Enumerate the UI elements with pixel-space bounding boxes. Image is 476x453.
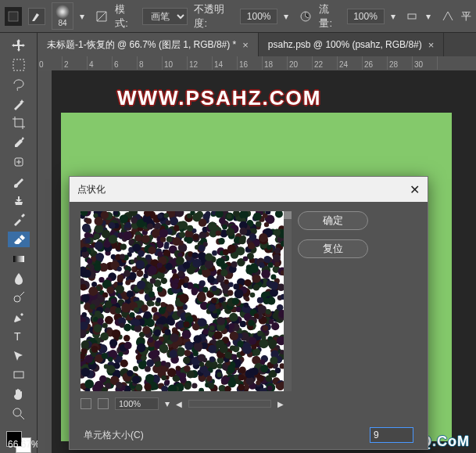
ruler-vertical[interactable] — [38, 70, 52, 453]
chevron-down-icon[interactable]: ▾ — [391, 11, 399, 22]
document-tab[interactable]: psahz.psb @ 100% (psahz, RGB/8#) × — [259, 33, 445, 56]
chevron-down-icon[interactable]: ▾ — [80, 11, 88, 22]
svg-point-1300 — [180, 293, 189, 303]
svg-point-1190 — [267, 245, 271, 250]
svg-point-915 — [106, 286, 113, 293]
blur-tool[interactable] — [8, 270, 30, 286]
pen-tool[interactable] — [8, 309, 30, 325]
svg-point-1091 — [102, 323, 108, 329]
app-menu-icon[interactable] — [5, 7, 22, 26]
svg-point-955 — [220, 269, 227, 276]
chevron-down-icon[interactable]: ▾ — [284, 11, 292, 22]
scroll-right-icon[interactable]: ▶ — [277, 400, 284, 408]
svg-point-1150 — [105, 307, 110, 313]
zoom-out-icon[interactable] — [81, 398, 91, 409]
chevron-down-icon[interactable]: ▾ — [426, 11, 435, 22]
eyedropper-tool[interactable] — [8, 135, 30, 151]
svg-point-1002 — [183, 357, 190, 364]
svg-point-861 — [95, 225, 103, 233]
document-tab[interactable]: 未标题-1-恢复的 @ 66.7% (图层 1, RGB/8#) * × — [38, 33, 259, 56]
svg-rect-0 — [9, 12, 18, 21]
svg-point-1352 — [148, 337, 153, 343]
ok-button[interactable]: 确定 — [298, 211, 368, 230]
svg-point-1345 — [208, 345, 217, 354]
svg-point-1331 — [94, 264, 101, 271]
zoom-tool[interactable] — [8, 406, 30, 422]
svg-point-826 — [120, 214, 128, 223]
close-icon[interactable]: × — [428, 39, 435, 51]
move-tool[interactable] — [8, 38, 30, 54]
reset-button[interactable]: 复位 — [298, 239, 368, 258]
flow-input[interactable] — [347, 9, 385, 24]
marquee-tool[interactable] — [8, 57, 30, 74]
svg-point-1078 — [229, 323, 234, 329]
preview-scrollbar-vertical[interactable] — [284, 211, 292, 391]
airbrush-icon[interactable] — [406, 9, 420, 24]
svg-point-1381 — [123, 270, 131, 277]
history-brush-tool[interactable] — [8, 212, 30, 228]
svg-point-1288 — [136, 260, 145, 268]
svg-point-730 — [184, 350, 191, 357]
svg-point-1323 — [120, 323, 124, 328]
tool-preset-picker[interactable] — [28, 8, 45, 25]
hand-tool[interactable] — [8, 386, 30, 403]
svg-text:T: T — [14, 330, 21, 343]
svg-point-1340 — [220, 345, 228, 354]
svg-point-1153 — [136, 355, 141, 361]
eraser-tool[interactable] — [8, 232, 30, 248]
brush-panel-icon[interactable] — [95, 9, 109, 24]
close-icon[interactable]: ✕ — [410, 182, 420, 197]
magic-wand-tool[interactable] — [8, 95, 30, 112]
svg-point-1208 — [238, 375, 245, 381]
svg-point-1083 — [146, 359, 154, 367]
svg-point-488 — [222, 288, 228, 294]
svg-point-1362 — [117, 267, 122, 271]
type-tool[interactable]: T — [8, 328, 30, 344]
svg-point-587 — [82, 224, 91, 232]
scroll-left-icon[interactable]: ◀ — [176, 400, 182, 408]
svg-point-1319 — [116, 285, 124, 293]
svg-rect-5 — [13, 256, 24, 262]
dodge-tool[interactable] — [8, 289, 30, 306]
svg-point-1037 — [269, 319, 274, 325]
svg-point-1105 — [214, 331, 223, 340]
pressure-opacity-icon[interactable] — [299, 9, 313, 24]
ruler-horizontal[interactable]: 024681012141618202224262830 — [38, 56, 476, 70]
svg-point-1277 — [251, 368, 259, 376]
zoom-in-icon[interactable] — [98, 398, 109, 409]
svg-point-645 — [264, 222, 269, 227]
svg-point-1406 — [123, 232, 132, 241]
gradient-tool[interactable] — [8, 250, 30, 267]
cell-size-label: 单元格大小(C) — [84, 429, 144, 442]
crop-tool[interactable] — [8, 115, 30, 131]
svg-point-1399 — [230, 332, 238, 340]
rectangle-tool[interactable] — [8, 367, 30, 383]
filter-preview[interactable] — [81, 211, 284, 391]
svg-point-1191 — [186, 237, 193, 244]
dialog-titlebar[interactable]: 点状化 ✕ — [70, 177, 428, 202]
svg-point-887 — [233, 284, 239, 290]
svg-point-965 — [168, 318, 175, 325]
pressure-size-icon[interactable] — [441, 9, 455, 24]
chevron-down-icon[interactable]: ▾ — [165, 398, 170, 409]
path-selection-tool[interactable] — [8, 347, 30, 364]
brush-preset-picker[interactable]: 84 — [52, 2, 73, 30]
blend-mode-select[interactable]: 画笔 — [142, 8, 188, 25]
svg-point-1272 — [112, 329, 121, 339]
svg-point-1343 — [249, 233, 256, 240]
svg-point-828 — [170, 351, 177, 358]
clone-stamp-tool[interactable] — [8, 192, 30, 209]
opacity-input[interactable] — [240, 9, 277, 24]
close-icon[interactable]: × — [242, 39, 249, 51]
svg-point-862 — [218, 238, 224, 244]
brush-tool[interactable] — [8, 173, 30, 189]
svg-point-1234 — [259, 233, 267, 242]
cell-size-input[interactable] — [370, 427, 413, 443]
tab-label: 未标题-1-恢复的 @ 66.7% (图层 1, RGB/8#) * — [47, 38, 236, 52]
lasso-tool[interactable] — [8, 77, 30, 93]
preview-scrollbar-horizontal[interactable] — [188, 400, 271, 408]
preview-zoom-value[interactable]: 100% — [115, 397, 159, 410]
svg-point-1018 — [107, 365, 116, 373]
healing-brush-tool[interactable] — [8, 154, 30, 171]
svg-point-885 — [245, 297, 249, 301]
